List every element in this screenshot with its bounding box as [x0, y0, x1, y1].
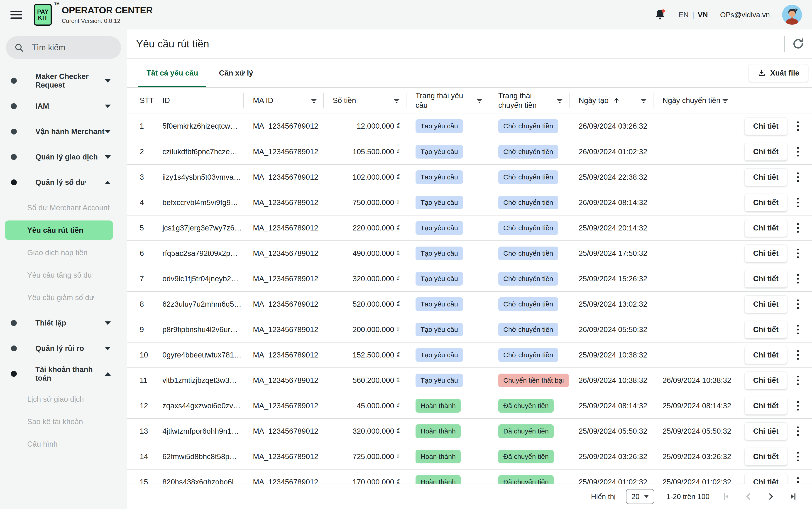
search-input[interactable] — [32, 43, 114, 53]
kebab-menu-icon[interactable] — [793, 422, 803, 440]
sidebar-section[interactable]: Maker Checker Request — [0, 68, 127, 94]
sidebar-subitem[interactable]: Lịch sử giao dịch — [5, 389, 113, 409]
transfer-status-badge: Chờ chuyển tiền — [498, 272, 558, 285]
sidebar-subitem-label: Lịch sử giao dịch — [27, 395, 84, 404]
sidebar-section[interactable]: Tài khoản thanh toán — [0, 361, 127, 386]
detail-button[interactable]: Chi tiết — [745, 346, 787, 364]
kebab-menu-icon[interactable] — [793, 168, 803, 186]
avatar-image — [782, 5, 802, 25]
request-status-badge: Tạo yêu cầu — [415, 272, 463, 285]
bullet-icon — [11, 103, 17, 109]
detail-button[interactable]: Chi tiết — [745, 219, 787, 237]
bullet-icon — [11, 345, 17, 351]
sidebar-section-label: Vận hành Merchant — [35, 127, 105, 136]
detail-button[interactable]: Chi tiết — [745, 117, 787, 135]
kebab-menu-icon[interactable] — [793, 194, 803, 211]
cell-id: 0gyre4bbeeuwtux781… — [153, 351, 244, 359]
sidebar-section[interactable]: Vận hành Merchant — [0, 119, 127, 144]
col-transfer-status-label: Trạng thái chuyển tiền — [498, 91, 548, 110]
pagination-bar: Hiển thị 20 1-20 trên 100 — [127, 484, 812, 509]
sidebar-section[interactable]: Quản lý rủi ro — [0, 336, 127, 361]
kebab-menu-icon[interactable] — [793, 346, 803, 364]
lang-en[interactable]: EN — [679, 11, 688, 19]
sidebar-section[interactable]: Quản lý số dư — [0, 170, 127, 195]
filter-icon[interactable] — [721, 97, 729, 104]
cell-ma-id: MA_123456789012 — [244, 325, 324, 334]
cell-transfer-status: Chờ chuyển tiền — [489, 297, 570, 311]
bullet-icon — [11, 129, 17, 135]
detail-button[interactable]: Chi tiết — [745, 270, 787, 287]
cell-amount: 560.200.000 ₫ — [324, 376, 406, 385]
cell-created-at: 26/09/2024 08:14:32 — [570, 198, 653, 207]
sidebar-subitem[interactable]: Cấu hình — [5, 434, 113, 454]
sidebar-subitem[interactable]: Sao kê tài khoản — [5, 412, 113, 432]
sidebar-section[interactable]: IAM — [0, 94, 127, 119]
page-size-select[interactable]: 20 — [626, 489, 654, 504]
tab-all-requests[interactable]: Tất cả yêu cầu — [138, 59, 206, 87]
sidebar-section[interactable]: Thiết lập — [0, 310, 127, 336]
tab-needs-processing[interactable]: Cần xử lý — [211, 59, 261, 87]
kebab-menu-icon[interactable] — [793, 397, 803, 415]
sidebar-subitem[interactable]: Yêu cầu tăng số dư — [5, 265, 113, 285]
cell-amount: 12.000.000 ₫ — [324, 122, 406, 130]
detail-button[interactable]: Chi tiết — [745, 321, 787, 338]
filter-icon[interactable] — [476, 97, 483, 104]
next-page-icon[interactable] — [766, 491, 776, 502]
last-page-icon[interactable] — [788, 491, 798, 502]
sort-ascending-icon[interactable] — [613, 97, 620, 104]
cell-id: 820hs438x6ghzobo6l… — [153, 478, 244, 484]
kebab-menu-icon[interactable] — [793, 473, 803, 484]
detail-button[interactable]: Chi tiết — [745, 295, 787, 313]
sidebar-nav: Maker Checker Request IAM Vận hành Merch… — [0, 68, 127, 454]
sidebar-subitem[interactable]: Yêu cầu rút tiền — [5, 220, 113, 240]
user-email: OPs@vidiva.vn — [720, 11, 770, 19]
kebab-menu-icon[interactable] — [793, 219, 803, 237]
cell-amount: 725.000.000 ₫ — [324, 452, 406, 461]
detail-button[interactable]: Chi tiết — [745, 143, 787, 161]
cell-id: zqaxs44gxzwoi6e0zv… — [153, 402, 244, 410]
filter-icon[interactable] — [393, 97, 401, 104]
cell-created-at: 26/09/2024 03:26:32 — [570, 122, 653, 130]
kebab-menu-icon[interactable] — [793, 270, 803, 287]
filter-icon[interactable] — [556, 97, 564, 104]
notifications-button[interactable] — [654, 8, 666, 21]
request-status-badge: Tạo yêu cầu — [415, 297, 463, 311]
detail-button[interactable]: Chi tiết — [745, 422, 787, 440]
detail-button[interactable]: Chi tiết — [745, 244, 787, 262]
kebab-menu-icon[interactable] — [793, 244, 803, 262]
cell-created-at: 25/09/2024 22:38:32 — [570, 173, 653, 181]
kebab-menu-icon[interactable] — [793, 143, 803, 161]
page-size-label: Hiển thị — [591, 493, 616, 501]
kebab-menu-icon[interactable] — [793, 295, 803, 313]
export-file-button[interactable]: Xuất file — [749, 64, 808, 82]
detail-button[interactable]: Chi tiết — [745, 448, 787, 466]
kebab-menu-icon[interactable] — [793, 117, 803, 135]
lang-vn[interactable]: VN — [698, 11, 708, 19]
table-row: 8 62z3uluy7u2mhm6q5… MA_123456789012 520… — [127, 291, 812, 317]
avatar[interactable] — [782, 5, 802, 25]
table-row: 15 820hs438x6ghzobo6l… MA_123456789012 1… — [127, 469, 812, 484]
cell-transferred-at: 26/09/2024 10:38:32 — [653, 376, 735, 385]
cell-id: iizy1s4ysbn5t03vmva… — [153, 173, 244, 181]
hamburger-menu-icon[interactable] — [10, 9, 23, 20]
sidebar-section[interactable]: Quản lý giao dịch — [0, 144, 127, 170]
kebab-menu-icon[interactable] — [793, 321, 803, 338]
sidebar-subitem[interactable]: Giao dịch nạp tiền — [5, 243, 113, 263]
detail-button[interactable]: Chi tiết — [745, 397, 787, 415]
sidebar-subitem[interactable]: Yêu cầu giảm số dư — [5, 288, 113, 307]
cell-transferred-at: 25/09/2024 03:26:32 — [653, 452, 735, 461]
detail-button[interactable]: Chi tiết — [745, 473, 787, 484]
detail-button[interactable]: Chi tiết — [745, 194, 787, 211]
cell-created-at: 25/09/2024 10:38:32 — [570, 351, 653, 359]
detail-button[interactable]: Chi tiết — [745, 372, 787, 389]
filter-icon[interactable] — [640, 97, 648, 104]
sidebar-subitem[interactable]: Số dư Merchant Account — [5, 198, 113, 217]
refresh-button[interactable] — [791, 37, 805, 50]
request-status-badge: Hoàn thành — [415, 399, 461, 413]
kebab-menu-icon[interactable] — [793, 372, 803, 389]
kebab-menu-icon[interactable] — [793, 448, 803, 466]
detail-button[interactable]: Chi tiết — [745, 168, 787, 186]
table-row: 1 5f0emkrkz6hizeqtcw… MA_123456789012 12… — [127, 113, 812, 139]
filter-icon[interactable] — [310, 97, 318, 104]
cell-amount: 520.000.000 ₫ — [324, 300, 406, 308]
